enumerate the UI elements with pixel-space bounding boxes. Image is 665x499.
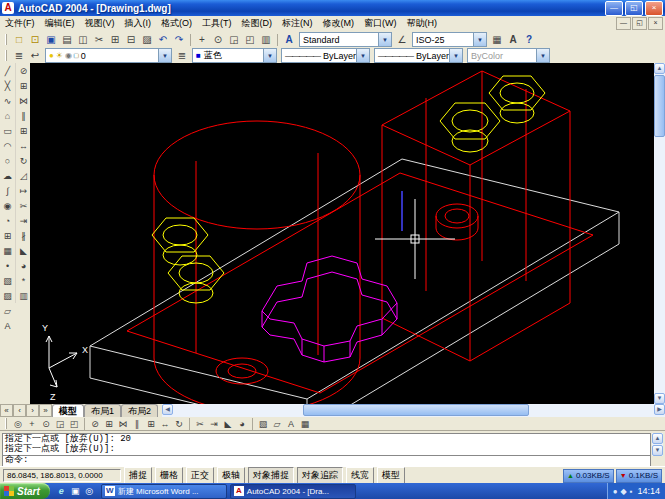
- ellipse-icon[interactable]: ◉: [1, 198, 15, 213]
- scroll-down-icon[interactable]: ▼: [654, 393, 665, 404]
- tab-next-icon[interactable]: ›: [26, 404, 39, 417]
- coordinate-readout[interactable]: 86.0845, 186.8013, 0.0000: [3, 469, 121, 482]
- start-button[interactable]: Start: [0, 483, 50, 499]
- ortho-toggle[interactable]: 正交: [186, 467, 214, 484]
- restore-button[interactable]: ◱: [625, 1, 643, 16]
- tray-icon-c[interactable]: ▪: [630, 487, 633, 496]
- menu-modify[interactable]: 修改(M): [318, 17, 360, 30]
- table-icon[interactable]: ▦: [489, 32, 505, 47]
- zoom-previous-icon[interactable]: ◰: [67, 418, 81, 430]
- vertical-scroll-thumb[interactable]: [654, 75, 665, 137]
- menu-format[interactable]: 格式(O): [156, 17, 197, 30]
- point-icon[interactable]: •: [1, 258, 15, 273]
- menu-insert[interactable]: 插入(I): [120, 17, 157, 30]
- menu-dimension[interactable]: 标注(N): [277, 17, 318, 30]
- zoom-window-icon[interactable]: ◲: [53, 418, 67, 430]
- spline-icon[interactable]: ∫: [1, 183, 15, 198]
- plot-preview-icon[interactable]: ◫: [75, 32, 91, 47]
- properties-icon[interactable]: ▥: [17, 288, 31, 303]
- command-scrollbar[interactable]: ▲ ▼: [652, 433, 663, 456]
- tab-model[interactable]: 模型: [52, 404, 84, 417]
- chevron-down-icon[interactable]: ▼: [158, 49, 171, 62]
- magenta-pocket[interactable]: [262, 256, 397, 362]
- region-icon[interactable]: ▱: [270, 418, 284, 430]
- menu-draw[interactable]: 绘图(D): [237, 17, 278, 30]
- construction-line-icon[interactable]: ╳: [1, 78, 15, 93]
- scroll-up-icon[interactable]: ▲: [654, 63, 665, 74]
- polygon-icon[interactable]: ⌂: [1, 108, 15, 123]
- chevron-down-icon[interactable]: ▼: [449, 49, 462, 62]
- move-icon[interactable]: ↔: [17, 138, 31, 153]
- ellipse-arc-icon[interactable]: ◔: [1, 213, 15, 228]
- scroll-right-icon[interactable]: ▶: [654, 404, 665, 415]
- grid-toggle[interactable]: 栅格: [155, 467, 183, 484]
- insert-block-icon[interactable]: ⊞: [1, 228, 15, 243]
- tab-first-icon[interactable]: «: [0, 404, 13, 417]
- rectangle-icon[interactable]: ▭: [1, 123, 15, 138]
- media-player-icon[interactable]: ◎: [83, 485, 96, 498]
- text-style-combo[interactable]: Standard ▼: [299, 32, 392, 47]
- lineweight-toggle[interactable]: 线宽: [346, 467, 374, 484]
- taskbar-clock[interactable]: 14:14: [637, 486, 660, 496]
- chevron-down-icon[interactable]: ▼: [356, 49, 369, 62]
- zoom-realtime-icon[interactable]: ⊙: [210, 32, 226, 47]
- pan-icon[interactable]: +: [25, 418, 39, 430]
- task-autocad[interactable]: A AutoCAD 2004 - [Dra...: [230, 484, 356, 499]
- trim-icon[interactable]: ✂: [193, 418, 207, 430]
- ie-icon[interactable]: e: [55, 485, 68, 498]
- region-icon[interactable]: ▱: [1, 303, 15, 318]
- pan-icon[interactable]: +: [194, 32, 210, 47]
- properties-icon[interactable]: ▥: [258, 32, 274, 47]
- tab-layout2[interactable]: 布局2: [121, 404, 158, 417]
- table-icon[interactable]: ▦: [298, 418, 312, 430]
- open-file-icon[interactable]: ⊡: [27, 32, 43, 47]
- tab-last-icon[interactable]: »: [39, 404, 52, 417]
- linetype-combo[interactable]: ————— ByLayer ▼: [281, 48, 370, 63]
- mtext-icon[interactable]: A: [505, 32, 521, 47]
- explode-icon[interactable]: *: [17, 273, 31, 288]
- menu-edit[interactable]: 编辑(E): [40, 17, 80, 30]
- mdi-minimize-button[interactable]: —: [616, 17, 631, 30]
- copy-icon[interactable]: ⊞: [107, 32, 123, 47]
- chevron-down-icon[interactable]: ▼: [378, 33, 391, 46]
- model-toggle[interactable]: 模型: [377, 467, 405, 484]
- plate-wireframe[interactable]: [90, 159, 619, 404]
- otrack-toggle[interactable]: 对象追踪: [297, 467, 343, 484]
- zoom-realtime-icon[interactable]: ⊙: [39, 418, 53, 430]
- polyline-icon[interactable]: ∿: [1, 93, 15, 108]
- fillet-icon[interactable]: ◕: [235, 418, 249, 430]
- new-file-icon[interactable]: □: [11, 32, 27, 47]
- tray-icon-b[interactable]: ◆: [620, 487, 626, 496]
- text-style-icon[interactable]: A: [281, 32, 297, 47]
- menu-tools[interactable]: 工具(T): [197, 17, 237, 30]
- rotate-icon[interactable]: ↻: [17, 153, 31, 168]
- array-icon[interactable]: ⊞: [17, 123, 31, 138]
- menu-file[interactable]: 文件(F): [0, 17, 40, 30]
- drawing-canvas[interactable]: Y X Z: [30, 63, 654, 404]
- arc-icon[interactable]: ◠: [1, 138, 15, 153]
- help-icon[interactable]: ?: [521, 32, 537, 47]
- yellow-bolt-group[interactable]: [152, 76, 545, 303]
- mtext-icon[interactable]: A: [1, 318, 15, 333]
- polar-toggle[interactable]: 极轴: [217, 467, 245, 484]
- offset-icon[interactable]: ∥: [130, 418, 144, 430]
- menu-view[interactable]: 视图(V): [80, 17, 120, 30]
- menu-window[interactable]: 窗口(W): [359, 17, 402, 30]
- tab-prev-icon[interactable]: ‹: [13, 404, 26, 417]
- paste-icon[interactable]: ⊟: [123, 32, 139, 47]
- mtext-icon[interactable]: A: [284, 418, 298, 430]
- minimize-button[interactable]: —: [605, 1, 623, 16]
- layer-manager-icon[interactable]: ≣: [11, 48, 27, 63]
- move-icon[interactable]: ↔: [158, 418, 172, 430]
- array-icon[interactable]: ⊞: [144, 418, 158, 430]
- line-icon[interactable]: ╱: [1, 63, 15, 78]
- snap-toggle[interactable]: 捕捉: [124, 467, 152, 484]
- offset-icon[interactable]: ∥: [17, 108, 31, 123]
- scroll-down-icon[interactable]: ▼: [652, 445, 663, 456]
- hatch-icon[interactable]: ▧: [1, 273, 15, 288]
- circle-icon[interactable]: ○: [1, 153, 15, 168]
- make-block-icon[interactable]: ▦: [1, 243, 15, 258]
- gradient-icon[interactable]: ▨: [1, 288, 15, 303]
- layer-combo[interactable]: ● ☀ ◉ ■ 0 ▼: [45, 48, 172, 63]
- task-word-document[interactable]: W 新建 Microsoft Word ...: [101, 484, 227, 499]
